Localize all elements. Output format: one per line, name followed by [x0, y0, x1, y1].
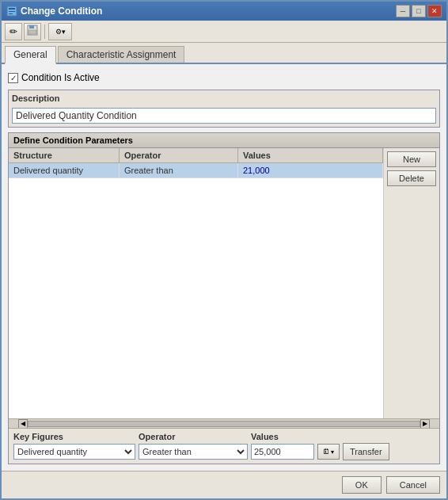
delete-button[interactable]: Delete: [387, 170, 436, 186]
main-content: ✓ Condition Is Active Description Define…: [2, 64, 446, 471]
options-icon: ⚙▾: [55, 28, 66, 36]
kf-label-values: Values: [251, 432, 435, 441]
tab-characteristic-assignment-label: Characteristic Assignment: [66, 49, 177, 60]
close-button[interactable]: ✕: [427, 5, 442, 17]
svg-rect-2: [9, 11, 15, 12]
transfer-button[interactable]: Transfer: [343, 443, 389, 460]
condition-active-label: Condition Is Active: [21, 72, 100, 83]
kf-label-operator: Operator: [139, 432, 251, 441]
svg-rect-6: [28, 30, 36, 34]
ok-button[interactable]: OK: [342, 476, 382, 494]
description-section: Description: [8, 90, 440, 128]
title-bar-buttons: ─ □ ✕: [396, 5, 442, 17]
scrollbar-area: ◀ ▶: [9, 418, 439, 428]
title-bar: Change Condition ─ □ ✕: [2, 2, 446, 21]
table-row[interactable]: Delivered quantity Greater than 21,000: [9, 163, 383, 178]
define-params-section: Define Condition Parameters Structure Op…: [8, 132, 440, 464]
description-input[interactable]: [12, 108, 436, 124]
cell-value: 21,000: [238, 163, 383, 177]
save-button[interactable]: [24, 23, 41, 40]
window-title: Change Condition: [21, 6, 102, 17]
key-figures-row: Key Figures Operator Values Delivered qu…: [9, 428, 439, 464]
scroll-left-button[interactable]: ◀: [18, 419, 28, 429]
define-params-header: Define Condition Parameters: [9, 133, 439, 148]
svg-rect-3: [9, 13, 13, 14]
tab-general-label: General: [13, 49, 47, 60]
scroll-right-button[interactable]: ▶: [420, 419, 430, 429]
toolbar: ✏ ⚙▾: [2, 21, 446, 43]
cell-operator: Greater than: [120, 163, 238, 177]
window-icon: [6, 6, 17, 17]
toolbar-divider: [44, 25, 45, 39]
new-button[interactable]: New: [387, 151, 436, 167]
pencil-icon: ✏: [9, 26, 17, 37]
condition-active-checkbox[interactable]: ✓: [8, 73, 18, 83]
col-operator: Operator: [120, 148, 238, 162]
col-values: Values: [238, 148, 383, 162]
key-figures-inputs: Delivered quantity Order quantity Net va…: [13, 443, 435, 460]
col-structure: Structure: [9, 148, 120, 162]
svg-rect-5: [29, 25, 34, 29]
svg-rect-1: [9, 8, 15, 10]
tab-general[interactable]: General: [5, 46, 56, 64]
title-bar-left: Change Condition: [6, 6, 102, 17]
tabs-bar: General Characteristic Assignment: [2, 43, 446, 64]
calendar-icon: 🗓: [323, 448, 330, 456]
main-window: Change Condition ─ □ ✕ ✏ ⚙▾: [0, 0, 448, 500]
tab-characteristic-assignment[interactable]: Characteristic Assignment: [58, 46, 185, 63]
options-button[interactable]: ⚙▾: [48, 23, 72, 40]
scrollbar-track[interactable]: [28, 421, 420, 427]
condition-active-row: ✓ Condition Is Active: [8, 71, 440, 85]
maximize-button[interactable]: □: [412, 5, 426, 17]
footer: OK Cancel: [2, 471, 446, 498]
kf-label-key-figures: Key Figures: [13, 432, 139, 441]
kf-key-figures-select[interactable]: Delivered quantity Order quantity Net va…: [13, 444, 135, 460]
dropdown-arrow-icon: ▾: [331, 448, 334, 456]
key-figures-labels: Key Figures Operator Values: [13, 432, 435, 441]
pencil-button[interactable]: ✏: [5, 23, 22, 40]
table-header: Structure Operator Values: [9, 148, 383, 163]
params-table-area: Structure Operator Values Delivered quan…: [9, 148, 384, 418]
table-body: Delivered quantity Greater than 21,000: [9, 163, 383, 418]
params-buttons: New Delete: [384, 148, 439, 418]
kf-calendar-button[interactable]: 🗓 ▾: [317, 444, 340, 460]
cancel-button[interactable]: Cancel: [386, 476, 440, 494]
description-section-label: Description: [12, 94, 436, 103]
kf-operator-select[interactable]: Greater than Less than Equal to: [139, 444, 248, 460]
params-body: Structure Operator Values Delivered quan…: [9, 148, 439, 418]
minimize-button[interactable]: ─: [396, 5, 410, 17]
kf-value-input[interactable]: [251, 444, 314, 460]
cell-structure: Delivered quantity: [9, 163, 120, 177]
save-icon: [27, 25, 38, 38]
